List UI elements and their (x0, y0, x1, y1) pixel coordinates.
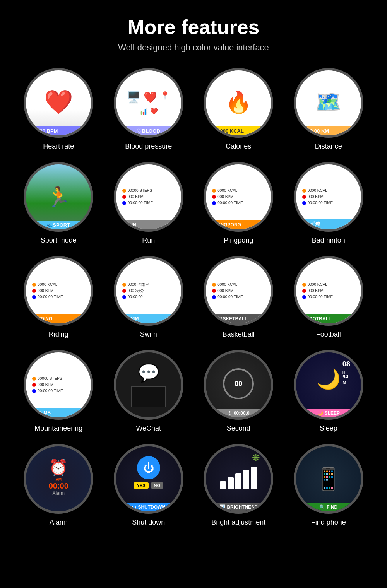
watch-basketball: 0000 KCAL 000 BPM 00:00:00 TIME 🏀 BASKET… (204, 256, 273, 326)
second-time: 00:00.0 (234, 410, 250, 416)
find-phone-label: Find phone (311, 518, 346, 526)
hr-bar: ▶▶ 000 BPM (26, 126, 91, 135)
sport-label: SPORT (53, 222, 70, 228)
watch-alarm: ⏰ AM 00:00 Alarm (24, 444, 93, 514)
bd-time-dot (302, 201, 306, 205)
power-button[interactable]: ⏻ (137, 456, 160, 479)
second-label: Second (227, 424, 250, 432)
basketball-label-text: Basketball (223, 330, 255, 338)
watch-second: 00 ⏱ 00:00.0 (204, 350, 273, 420)
pingpong-label-text: Pingpong (224, 236, 253, 244)
brightness-bar: 📊 BRIGHTNESS (206, 503, 271, 511)
run-label-text: Run (142, 236, 155, 244)
feature-calories: 🔥 🔥 0000 KCAL Calories (195, 68, 282, 150)
sleep-content: 🌙 08H 94M (296, 352, 361, 417)
watch-blood-pressure: 🖥️ ❤️ 📍 📊 ❤️ ♡ BLOOD (114, 68, 183, 138)
fb-kcal-dot (302, 283, 306, 287)
blood-pressure-label: Blood pressure (125, 142, 172, 150)
page-title: More features (8, 15, 379, 39)
find-phone-icon: 📱 (315, 467, 342, 492)
swim-bar: 🏊 SWIM (116, 314, 181, 323)
sleep-label-text: Sleep (320, 424, 337, 432)
rd-kcal-dot (32, 283, 36, 287)
badminton-label-text: Badminton (312, 236, 345, 244)
features-grid: ❤️ ▶▶ 000 BPM Heart rate 🖥️ ❤️ 📍 📊 ❤️ ♡ … (8, 68, 379, 526)
wechat-screen (131, 386, 166, 407)
riding-label-text: Riding (49, 330, 68, 338)
badminton-bar: 🏸 羽毛球 (296, 219, 361, 229)
alarm-icon: ⏰ (49, 458, 68, 477)
watch-brightness: ✳️ 📊 BRIGHTNESS (204, 444, 273, 514)
find-bar: 🔍 FIND (296, 503, 361, 511)
bk-bpm-dot (212, 289, 216, 293)
feature-run: 00000 STEPS 000 BPM 00:00:00 TIME 🏃 RUN … (106, 162, 192, 244)
time-dot (122, 201, 126, 205)
distance-label: Distance (315, 142, 342, 150)
run-bar: 🏃 RUN (116, 220, 181, 229)
cal-value: 0000 KCAL (217, 128, 244, 134)
bar2 (228, 477, 234, 489)
map-icon: 🗺️ (315, 90, 342, 115)
swim-label: SWIM (126, 316, 139, 321)
feature-find-phone: 📱 🔍 FIND Find phone (286, 444, 372, 526)
alarm-am-label: AM (55, 477, 62, 482)
watch-heart-rate: ❤️ ▶▶ 000 BPM (24, 68, 93, 138)
power-icon: ⏻ (143, 462, 154, 474)
watch-football: 0000 KCAL 000 BPM 00:00:00 TIME ⚽ FOOTBA… (294, 256, 363, 326)
stopwatch-value: 00 (235, 380, 242, 388)
moon-icon: 🌙 (317, 368, 341, 390)
sport-mode-label: Sport mode (41, 236, 77, 244)
mt-steps-dot (32, 377, 36, 381)
feature-mountaineering: 00000 STEPS 000 BPM 00:00:00 TIME 🧗 CLIM… (15, 350, 102, 432)
run-label: RUN (126, 222, 136, 227)
run-stats: 00000 STEPS 000 BPM 00:00:00 TIME (119, 186, 178, 208)
feature-sport-mode: 🏃 👟 SPORT Sport mode (15, 162, 102, 244)
sleep-mins: 94M (342, 374, 348, 385)
watch-riding: 0000 KCAL 000 BPM 00:00:00 TIME 🚴 RIDING (24, 256, 93, 326)
calories-label: Calories (226, 142, 251, 150)
riding-bar: 🚴 RIDING (26, 314, 91, 323)
feature-brightness: ✳️ 📊 BRIGHTNESS Bright adjustment (195, 444, 282, 526)
cal-bar: 🔥 0000 KCAL (206, 126, 271, 135)
watch-wechat: 💬 (114, 350, 183, 420)
bp-bar: ♡ BLOOD (116, 126, 181, 135)
pingpong-label: PINGPONG (216, 222, 241, 227)
bpm-dot (122, 195, 126, 199)
page-header: More features Well-designed high color v… (8, 15, 379, 53)
football-bar: ⚽ FOOTBALL (296, 314, 361, 323)
second-bar: ⏱ 00:00.0 (206, 409, 271, 417)
watch-calories: 🔥 🔥 0000 KCAL (204, 68, 273, 138)
bar4 (243, 470, 249, 489)
feature-blood-pressure: 🖥️ ❤️ 📍 📊 ❤️ ♡ BLOOD Blood pressure (106, 68, 192, 150)
flame-icon: 🔥 (225, 90, 252, 115)
watch-run: 00000 STEPS 000 BPM 00:00:00 TIME 🏃 RUN (114, 162, 183, 232)
brightness-bars (220, 466, 257, 489)
rd-bpm-dot (32, 289, 36, 293)
football-label-text: Football (316, 330, 341, 338)
sleep-label: SLEEP (325, 410, 340, 416)
shutdown-bar: ⏻ SHUTDOWN (116, 503, 181, 511)
bk-time-dot (212, 295, 216, 299)
football-label: FOOTBALL (306, 316, 331, 321)
feature-wechat: 💬 WeChat (106, 350, 192, 432)
bp-label: BLOOD (142, 128, 160, 134)
rd-time-dot (32, 295, 36, 299)
riding-label: RIDING (36, 316, 52, 321)
feature-heart-rate: ❤️ ▶▶ 000 BPM Heart rate (15, 68, 102, 150)
riding-stats: 0000 KCAL 000 BPM 00:00:00 TIME (29, 280, 88, 302)
alarm-content: ⏰ AM 00:00 Alarm (49, 458, 68, 500)
yes-button[interactable]: YES (134, 482, 148, 489)
stopwatch-icon: 00 (223, 368, 254, 399)
no-button[interactable]: NO (151, 482, 164, 489)
heart-rate-label: Heart rate (43, 142, 74, 150)
feature-badminton: 0000 KCAL 000 BPM 00:00:00 TIME 🏸 羽毛球 Ba… (286, 162, 372, 244)
brightness-label: BRIGHTNESS (227, 504, 257, 510)
pp-bpm-dot (212, 195, 216, 199)
shutdown-content: ⏻ YES NO (134, 456, 163, 502)
bar3 (235, 473, 241, 489)
pp-kcal-dot (212, 189, 216, 193)
dist-bar: 👤 00.00 KM (296, 126, 361, 135)
find-label: FIND (327, 504, 337, 510)
basketball-label: BASKETBALL (216, 316, 247, 321)
feature-shutdown: ⏻ YES NO ⏻ SHUTDOWN Shut down (106, 444, 192, 526)
